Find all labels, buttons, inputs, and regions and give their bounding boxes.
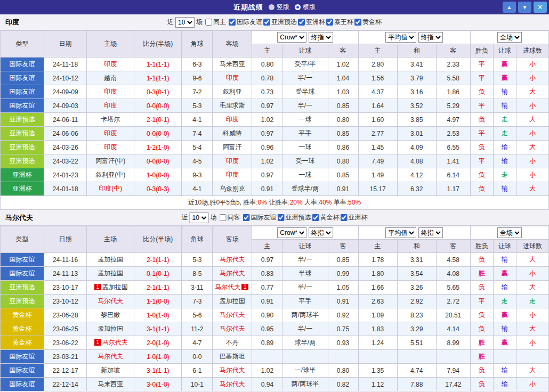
league-checkbox[interactable] [312, 214, 319, 221]
layout-radio-vertical[interactable]: 竖版 [269, 3, 289, 12]
same-venue-filter[interactable]: 同主 [205, 18, 226, 27]
match-type-badge: 黄金杯 [1, 308, 44, 322]
eu-odds-type-select[interactable]: 平均值 [385, 32, 416, 43]
match-date: 24-11-13 [44, 267, 87, 281]
match-score: 0-1(0-1) [134, 267, 182, 281]
away-team: 马尔代夫 [213, 322, 252, 336]
team-name-text: 马尔代夫 [102, 339, 128, 346]
ah-away-odds: 0.91 [328, 295, 358, 308]
col-ah-away: 客 [328, 240, 358, 253]
odds-company-select[interactable]: Crow* [277, 227, 306, 238]
handicap-result: 输 [493, 253, 516, 267]
goals-result [516, 350, 548, 364]
home-team: 新加坡 [87, 364, 134, 378]
team-name-text: 乌兹别克 [220, 185, 245, 192]
scroll-down-button[interactable]: ▼ [518, 2, 531, 13]
handicap-result: 走 [493, 113, 516, 127]
ah-odds-time-select[interactable]: 终指 [309, 32, 333, 43]
match-type-badge: 亚洲预选 [1, 113, 44, 127]
col-ah-home: 主 [252, 44, 282, 58]
summary-segment: 让胜率: [267, 199, 290, 206]
ah-home-odds: 0.95 [252, 322, 282, 336]
match-row: 亚洲预选23-10-12马尔代夫1-1(0-0)7-3孟加拉国0.91平手0.9… [1, 295, 549, 308]
eu-draw-odds: 4.74 [397, 364, 436, 378]
home-team: 叙利亚(中) [87, 168, 134, 182]
league-filter[interactable]: 亚洲预选 [263, 18, 297, 27]
eu-draw-odds: 7.88 [397, 378, 436, 391]
match-scope-select[interactable]: 全场 [497, 32, 522, 43]
handicap-result [493, 350, 516, 364]
same-venue-checkbox[interactable] [205, 19, 212, 26]
team-name-text: 马尔代夫 [98, 297, 123, 305]
match-type-badge: 国际友谊 [1, 71, 44, 85]
eu-odds-type-select[interactable]: 平均值 [385, 227, 416, 238]
close-button[interactable]: ✕ [534, 2, 547, 13]
league-filter[interactable]: 亚洲预选 [278, 213, 311, 222]
league-filter[interactable]: 亚洲杯 [298, 18, 325, 27]
scroll-up-button[interactable]: ▲ [503, 2, 516, 13]
filter-bar: 近 10 场 同主 国际友谊亚洲预选亚洲杯泰王杯黄金杯 [167, 17, 382, 28]
ah-line: 半/一 [282, 322, 328, 336]
ah-home-odds: 0.80 [252, 58, 282, 71]
corner-score: 0-0 [182, 350, 213, 364]
eu-draw-odds: 3.26 [397, 281, 436, 295]
team-name-text: 巴基斯坦 [220, 353, 245, 360]
ah-odds-time-select[interactable]: 终指 [309, 227, 333, 238]
match-scope-select[interactable]: 全场 [497, 227, 522, 238]
col-corner: 角球 [182, 31, 213, 58]
same-venue-checkbox[interactable] [220, 214, 227, 221]
league-filter[interactable]: 黄金杯 [312, 213, 340, 222]
league-checkbox[interactable] [341, 214, 348, 221]
eu-home-odds: 1.45 [358, 141, 397, 154]
league-checkbox[interactable] [263, 19, 270, 26]
league-checkbox[interactable] [229, 19, 236, 26]
league-checkbox[interactable] [354, 19, 361, 26]
goals-result: 大 [516, 253, 548, 267]
match-count-select[interactable]: 10 [190, 213, 209, 223]
league-checkbox[interactable] [298, 19, 305, 26]
match-type-badge: 国际友谊 [1, 350, 44, 364]
eu-draw-odds: 8.23 [397, 308, 436, 322]
match-date: 23-03-21 [44, 350, 87, 364]
eu-draw-odds: 2.92 [397, 295, 436, 308]
away-team: 孟加拉国 [213, 295, 252, 308]
league-checkbox[interactable] [278, 214, 285, 221]
eu-away-odds: 2.33 [436, 58, 470, 71]
team-name-text: 不丹 [226, 339, 239, 346]
league-checkbox[interactable] [326, 19, 333, 26]
layout-radio-group: 竖版横版 [263, 3, 316, 12]
wdl-result: 平 [470, 58, 493, 71]
wdl-result: 负 [470, 322, 493, 336]
league-filter[interactable]: 泰王杯 [326, 18, 353, 27]
league-filter[interactable]: 国际友谊 [229, 18, 262, 27]
league-checkbox[interactable] [243, 214, 250, 221]
handicap-result: 输 [493, 322, 516, 336]
home-team: 马尔代夫 [87, 295, 134, 308]
odds-company-select[interactable]: Crow* [277, 32, 306, 43]
league-filter[interactable]: 国际友谊 [243, 213, 277, 222]
summary-segment: 单率: [332, 199, 348, 206]
home-team: 印度 [87, 141, 134, 154]
same-venue-filter[interactable]: 同客 [220, 213, 240, 222]
away-team: 巴基斯坦 [213, 350, 252, 364]
match-score: 1-2(1-0) [134, 141, 182, 154]
team-name-text: 印度 [104, 129, 117, 137]
ah-home-odds: 1.02 [252, 364, 282, 378]
wdl-result: 负 [470, 113, 493, 127]
col-goals-result: 进球数 [516, 240, 548, 253]
match-type-badge: 国际友谊 [1, 99, 44, 113]
team-name-text: 叙利亚(中) [95, 171, 125, 178]
layout-radio-horizontal[interactable]: 横版 [295, 3, 316, 12]
league-filter[interactable]: 亚洲杯 [341, 213, 368, 222]
ah-home-odds: 0.97 [252, 127, 282, 141]
match-count-select[interactable]: 10 [175, 17, 195, 28]
match-score: 3-0(1-0) [134, 378, 182, 391]
eu-home-odds: 1.80 [358, 267, 397, 281]
match-score: 0-3(0-1) [134, 85, 182, 99]
ah-home-odds: 0.73 [252, 85, 282, 99]
league-filter[interactable]: 黄金杯 [354, 18, 382, 27]
team-name-text: 印度 [104, 143, 117, 151]
eu-odds-time-select[interactable]: 终指 [418, 32, 443, 43]
team-name-text: 印度 [226, 74, 239, 81]
eu-odds-time-select[interactable]: 终指 [418, 227, 443, 238]
